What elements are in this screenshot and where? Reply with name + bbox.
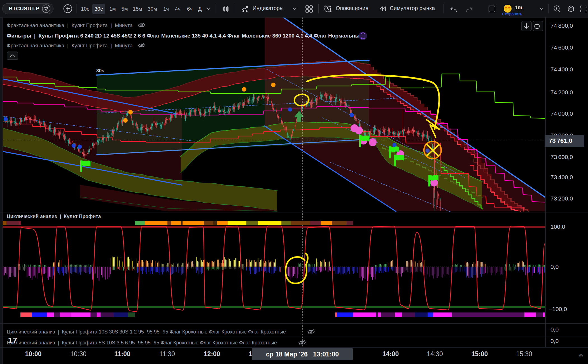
svg-text:30s: 30s [96, 68, 104, 73]
svg-text:10:30: 10:30 [70, 350, 87, 358]
svg-text:74 400,0: 74 400,0 [550, 66, 573, 73]
svg-text:73 400,0: 73 400,0 [550, 174, 573, 180]
svg-text:74 000,0: 74 000,0 [550, 110, 573, 117]
svg-text:11:30: 11:30 [159, 350, 175, 358]
svg-text:15:00: 15:00 [472, 350, 488, 358]
svg-text:74 600,0: 74 600,0 [550, 44, 573, 51]
svg-text:73 600,0: 73 600,0 [550, 154, 573, 160]
svg-text:0,0: 0,0 [550, 263, 559, 270]
svg-text:Фрактальная аналитика | Куль: Фрактальная аналитика | Культ Профита | … [7, 23, 133, 28]
svg-text:⚙: ⚙ [578, 353, 584, 359]
svg-text:73 200,0: 73 200,0 [550, 195, 573, 202]
svg-text:Фрактальная аналитика | Куль: Фрактальная аналитика | Культ Профита | … [7, 43, 133, 48]
svg-text:15:30: 15:30 [516, 350, 532, 358]
svg-text:11:00: 11:00 [114, 350, 130, 358]
svg-text:74 800,0: 74 800,0 [550, 22, 573, 29]
svg-text:0,0: 0,0 [550, 338, 559, 344]
svg-text:14:00: 14:00 [382, 350, 399, 358]
svg-text:73 761,0: 73 761,0 [549, 137, 572, 144]
svg-text:ср 18 Мар '26 13:01:00: ср 18 Мар '26 13:01:00 [266, 351, 339, 358]
svg-text:74 200,0: 74 200,0 [550, 89, 573, 95]
svg-text:Циклический анализ | Культ П: Циклический анализ | Культ Профита [7, 214, 101, 219]
svg-text:100,0: 100,0 [550, 223, 565, 230]
svg-text:14:30: 14:30 [427, 350, 443, 358]
svg-text:10:00: 10:00 [25, 350, 42, 358]
svg-text:17: 17 [8, 336, 17, 345]
svg-text:−100,0: −100,0 [549, 306, 567, 312]
svg-text:Циклический анализ | Культ П: Циклический анализ | Культ Профита 5S 10… [7, 340, 277, 346]
svg-text:Фильтры | Культ Профита 6 24: Фильтры | Культ Профита 6 240 2D 12 45S … [7, 33, 363, 39]
svg-text:0,0: 0,0 [550, 326, 559, 333]
svg-text:Циклический анализ | Культ П: Циклический анализ | Культ Профита 10S 3… [7, 329, 286, 335]
svg-text:12:00: 12:00 [204, 350, 220, 358]
